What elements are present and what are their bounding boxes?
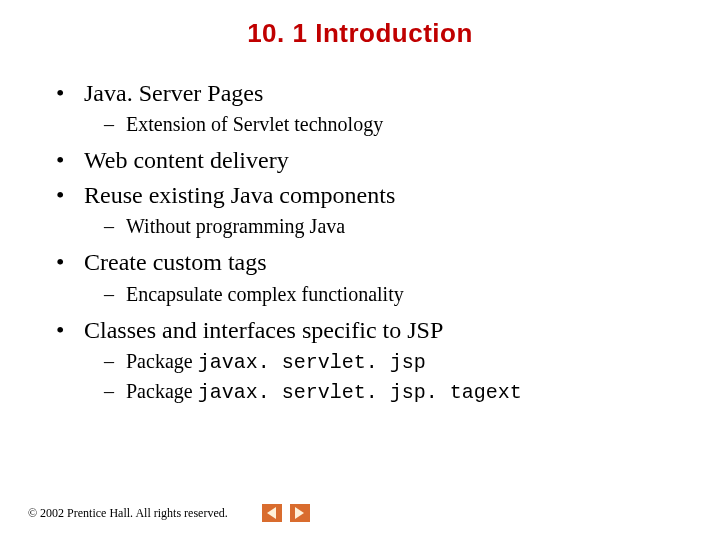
- bullet-text: Classes and interfaces specific to JSP: [84, 314, 443, 346]
- bullet-marker: •: [56, 77, 84, 109]
- bullet-level1: • Web content delivery: [56, 144, 680, 176]
- bullet-level2: – Package javax. servlet. jsp: [104, 348, 680, 376]
- bullet-text: Package javax. servlet. jsp. tagext: [126, 378, 522, 406]
- bullet-level2: – Encapsulate complex functionality: [104, 281, 680, 308]
- dash-marker: –: [104, 378, 126, 406]
- bullet-level1: • Java. Server Pages: [56, 77, 680, 109]
- bullet-level2: – Extension of Servlet technology: [104, 111, 680, 138]
- code-text: javax. servlet. jsp: [198, 351, 426, 374]
- bullet-marker: •: [56, 314, 84, 346]
- dash-marker: –: [104, 281, 126, 308]
- slide-footer: © 2002 Prentice Hall. All rights reserve…: [28, 504, 310, 522]
- bullet-level2: – Without programming Java: [104, 213, 680, 240]
- dash-marker: –: [104, 111, 126, 138]
- bullet-text: Encapsulate complex functionality: [126, 281, 404, 308]
- triangle-left-icon: [267, 507, 276, 519]
- bullet-marker: •: [56, 144, 84, 176]
- bullet-marker: •: [56, 246, 84, 278]
- copyright-text: © 2002 Prentice Hall. All rights reserve…: [28, 506, 228, 521]
- code-text: javax. servlet. jsp. tagext: [198, 381, 522, 404]
- bullet-text: Java. Server Pages: [84, 77, 263, 109]
- bullet-text-prefix: Package: [126, 350, 198, 372]
- bullet-marker: •: [56, 179, 84, 211]
- bullet-level1: • Reuse existing Java components: [56, 179, 680, 211]
- slide-content: • Java. Server Pages – Extension of Serv…: [0, 77, 720, 406]
- bullet-level2: – Package javax. servlet. jsp. tagext: [104, 378, 680, 406]
- bullet-text: Without programming Java: [126, 213, 345, 240]
- bullet-level1: • Create custom tags: [56, 246, 680, 278]
- prev-slide-button[interactable]: [262, 504, 282, 522]
- triangle-right-icon: [295, 507, 304, 519]
- next-slide-button[interactable]: [290, 504, 310, 522]
- bullet-text-prefix: Package: [126, 380, 198, 402]
- bullet-text: Web content delivery: [84, 144, 289, 176]
- bullet-text: Package javax. servlet. jsp: [126, 348, 426, 376]
- bullet-level1: • Classes and interfaces specific to JSP: [56, 314, 680, 346]
- slide-title: 10. 1 Introduction: [0, 0, 720, 77]
- dash-marker: –: [104, 348, 126, 376]
- bullet-text: Reuse existing Java components: [84, 179, 395, 211]
- dash-marker: –: [104, 213, 126, 240]
- nav-buttons: [262, 504, 310, 522]
- bullet-text: Create custom tags: [84, 246, 267, 278]
- bullet-text: Extension of Servlet technology: [126, 111, 383, 138]
